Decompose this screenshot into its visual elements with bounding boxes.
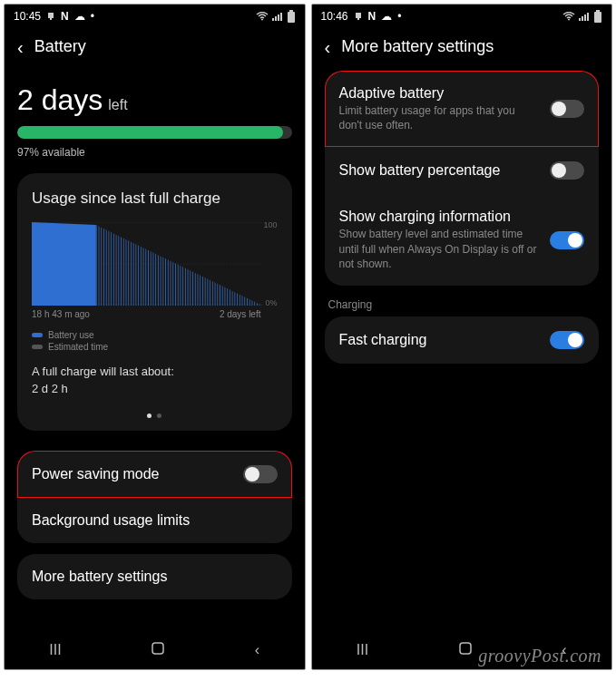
signal-icon	[579, 12, 590, 21]
back-icon[interactable]: ‹	[17, 38, 24, 56]
svg-rect-24	[594, 12, 601, 23]
dot-1	[147, 413, 152, 418]
n-icon: N	[61, 10, 69, 23]
svg-rect-21	[584, 15, 586, 21]
charging-info-toggle[interactable]	[550, 231, 584, 249]
setting-adaptive-battery[interactable]: Adaptive battery Limit battery usage for…	[325, 71, 600, 147]
svg-rect-19	[579, 18, 581, 21]
svg-rect-1	[50, 18, 52, 20]
status-bar: 10:46 N ☁ •	[312, 5, 612, 28]
svg-rect-6	[280, 13, 282, 21]
status-time: 10:45	[14, 10, 41, 23]
dots-icon: •	[91, 10, 94, 23]
battery-progress	[17, 126, 292, 139]
usage-chart: 100 0%	[32, 222, 278, 306]
svg-point-2	[261, 19, 263, 21]
chart-y-top: 100	[263, 220, 277, 229]
page-title: More battery settings	[341, 37, 494, 56]
cloud-icon: ☁	[381, 10, 392, 23]
setting-background-usage-limits[interactable]: Background usage limits	[17, 498, 292, 543]
battery-estimate: 2 days left	[17, 83, 292, 117]
chart-y-bottom: 0%	[265, 298, 277, 307]
svg-rect-7	[289, 10, 293, 12]
svg-rect-20	[582, 16, 583, 21]
power-saving-toggle[interactable]	[243, 465, 278, 483]
nav-home-icon[interactable]	[151, 641, 165, 659]
estimate-value: 2 days	[17, 83, 103, 117]
nav-recents-icon[interactable]: III	[49, 642, 61, 658]
watermark: groovyPost.com	[478, 646, 601, 666]
setting-more-battery-settings[interactable]: More battery settings	[17, 554, 292, 599]
section-label-charging: Charging	[325, 286, 600, 316]
setting-desc: Show battery level and estimated time un…	[339, 227, 542, 271]
legend-battery-use: Battery use	[48, 330, 94, 340]
svg-rect-17	[357, 18, 359, 20]
header: ‹ Battery	[5, 28, 305, 62]
battery-percentage-toggle[interactable]	[550, 161, 584, 180]
full-charge-value: 2 d 2 h	[32, 382, 278, 395]
page-indicator	[32, 413, 278, 418]
wifi-icon	[562, 12, 575, 21]
svg-rect-15	[152, 643, 163, 654]
header: ‹ More battery settings	[312, 28, 612, 62]
phone-more-battery-settings-screen: 10:46 N ☁ • ‹ More battery settings Adap…	[311, 4, 613, 670]
setting-title: Background usage limits	[32, 512, 269, 529]
fast-charging-toggle[interactable]	[550, 331, 584, 349]
svg-rect-3	[272, 18, 274, 21]
battery-icon	[593, 10, 602, 23]
svg-point-18	[568, 19, 570, 21]
svg-rect-22	[587, 13, 589, 21]
nav-recents-icon[interactable]: III	[357, 642, 368, 658]
setting-show-battery-percentage[interactable]: Show battery percentage	[325, 147, 600, 194]
signal-icon	[272, 12, 283, 21]
nav-home-icon[interactable]	[458, 641, 473, 659]
battery-progress-fill	[17, 126, 283, 139]
legend-swatch-estimated	[32, 345, 43, 349]
status-bar: 10:45 N ☁ •	[5, 5, 305, 28]
setting-title: More battery settings	[32, 569, 269, 585]
svg-rect-8	[288, 12, 295, 23]
setting-title: Adaptive battery	[339, 85, 542, 102]
back-icon[interactable]: ‹	[325, 38, 331, 56]
status-time: 10:46	[321, 10, 348, 23]
setting-title: Fast charging	[339, 332, 542, 348]
setting-fast-charging[interactable]: Fast charging	[325, 316, 600, 364]
battery-available-label: 97% available	[17, 146, 292, 159]
setting-title: Show battery percentage	[339, 162, 542, 179]
svg-rect-5	[278, 15, 279, 21]
page-title: Battery	[34, 37, 86, 56]
setting-desc: Limit battery usage for apps that you do…	[339, 103, 542, 132]
estimate-suffix: left	[108, 97, 127, 113]
usage-card-title: Usage since last full charge	[32, 190, 278, 208]
svg-rect-25	[460, 643, 471, 654]
svg-rect-0	[48, 13, 54, 18]
full-charge-label: A full charge will last about:	[32, 365, 278, 378]
svg-marker-14	[96, 225, 262, 306]
legend-estimated-time: Estimated time	[48, 342, 108, 352]
legend-swatch-battery	[32, 333, 43, 337]
dots-icon: •	[397, 10, 401, 23]
setting-title: Show charging information	[339, 209, 542, 225]
nav-bar: III ‹	[5, 631, 305, 669]
pin-icon	[46, 12, 55, 21]
pin-icon	[354, 12, 363, 21]
svg-marker-12	[32, 222, 96, 306]
wifi-icon	[256, 12, 269, 21]
adaptive-battery-toggle[interactable]	[550, 100, 584, 118]
battery-icon	[287, 10, 296, 23]
setting-power-saving-mode[interactable]: Power saving mode	[17, 451, 292, 498]
nav-back-icon[interactable]: ‹	[255, 642, 259, 658]
phone-battery-screen: 10:45 N ☁ • ‹ Battery 2 days left	[4, 4, 306, 670]
usage-card[interactable]: Usage since last full charge 100 0%	[17, 173, 292, 431]
setting-show-charging-information[interactable]: Show charging information Show battery l…	[325, 194, 600, 286]
chart-legend: Battery use Estimated time	[32, 330, 278, 352]
cloud-icon: ☁	[74, 10, 85, 23]
svg-rect-16	[356, 13, 361, 18]
chart-x-right: 2 days left	[220, 309, 261, 319]
n-icon: N	[368, 10, 376, 23]
dot-2	[157, 413, 161, 418]
svg-rect-23	[596, 10, 600, 12]
setting-title: Power saving mode	[32, 466, 234, 482]
chart-x-left: 18 h 43 m ago	[32, 309, 90, 319]
svg-rect-4	[275, 16, 277, 21]
